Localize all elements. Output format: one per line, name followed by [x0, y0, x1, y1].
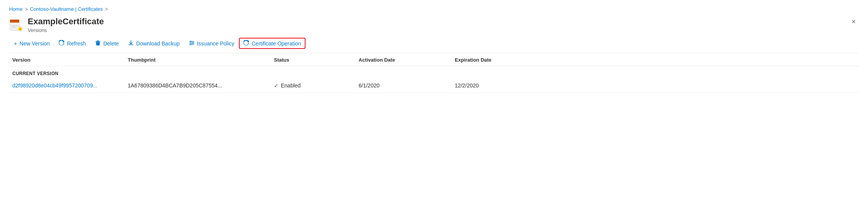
refresh-label: Refresh — [67, 40, 86, 47]
breadcrumb-vault[interactable]: Contoso-Vaultname | Certificates — [30, 6, 103, 12]
certificate-operation-button[interactable]: Certificate Operation — [239, 38, 305, 49]
col-thumbprint: Thumbprint — [125, 57, 271, 63]
status-check-icon: ✓ — [274, 82, 279, 89]
toolbar: + New Version Refresh Delete — [9, 38, 859, 53]
section-current-version: CURRENT VERSION — [9, 66, 859, 79]
cell-activation-date: 6/1/2020 — [356, 82, 452, 89]
page-header: ★ ExampleCertificate Versions × — [9, 17, 859, 33]
svg-text:★: ★ — [19, 28, 22, 31]
svg-rect-9 — [97, 40, 99, 41]
refresh-button[interactable]: Refresh — [54, 38, 90, 49]
svg-point-16 — [190, 44, 191, 45]
new-version-label: New Version — [20, 40, 50, 47]
table-area: Version Thumbprint Status Activation Dat… — [9, 53, 859, 93]
refresh-icon — [59, 40, 65, 47]
certificate-icon: ★ — [9, 18, 23, 32]
issuance-policy-button[interactable]: Issuance Policy — [184, 38, 239, 49]
certificate-operation-icon — [244, 40, 249, 47]
svg-point-14 — [190, 41, 191, 42]
col-expiration-date: Expiration Date — [452, 57, 548, 63]
title-text-block: ExampleCertificate Versions — [28, 17, 104, 33]
col-activation-date: Activation Date — [356, 57, 452, 63]
close-button[interactable]: × — [848, 17, 859, 27]
cell-expiration-date: 12/2/2020 — [452, 82, 548, 89]
col-version: Version — [9, 57, 125, 63]
status-text: Enabled — [281, 82, 300, 89]
svg-rect-8 — [10, 20, 19, 22]
col-status: Status — [271, 57, 356, 63]
certificate-operation-label: Certificate Operation — [252, 40, 301, 47]
new-version-icon: + — [14, 40, 17, 46]
main-container: Home > Contoso-Vaultname | Certificates … — [0, 0, 868, 99]
cell-thumbprint: 1A67809386D4BCA7B9D205C87554... — [125, 82, 271, 89]
delete-button[interactable]: Delete — [90, 38, 123, 49]
new-version-button[interactable]: + New Version — [9, 38, 54, 49]
cell-version: d2f98920d8e04cb49f9957200709... — [9, 82, 125, 89]
page-subtitle: Versions — [28, 27, 104, 33]
breadcrumb-sep-2: > — [105, 7, 108, 12]
issuance-policy-label: Issuance Policy — [197, 40, 234, 47]
issuance-policy-icon — [189, 40, 195, 47]
delete-label: Delete — [103, 40, 119, 47]
cell-status: ✓ Enabled — [271, 82, 356, 89]
svg-point-15 — [192, 42, 194, 44]
download-backup-button[interactable]: Download Backup — [124, 38, 184, 49]
svg-rect-10 — [95, 41, 100, 42]
delete-icon — [95, 40, 101, 47]
breadcrumb: Home > Contoso-Vaultname | Certificates … — [9, 6, 859, 12]
table-header: Version Thumbprint Status Activation Dat… — [9, 53, 859, 66]
breadcrumb-home[interactable]: Home — [9, 6, 23, 12]
download-icon — [128, 40, 134, 47]
title-block: ★ ExampleCertificate Versions — [9, 17, 104, 33]
download-backup-label: Download Backup — [136, 40, 180, 47]
version-link[interactable]: d2f98920d8e04cb49f9957200709... — [12, 82, 97, 89]
svg-rect-2 — [10, 22, 19, 23]
table-row[interactable]: d2f98920d8e04cb49f9957200709... 1A678093… — [9, 79, 859, 93]
page-title: ExampleCertificate — [28, 17, 104, 27]
breadcrumb-sep-1: > — [25, 7, 28, 12]
